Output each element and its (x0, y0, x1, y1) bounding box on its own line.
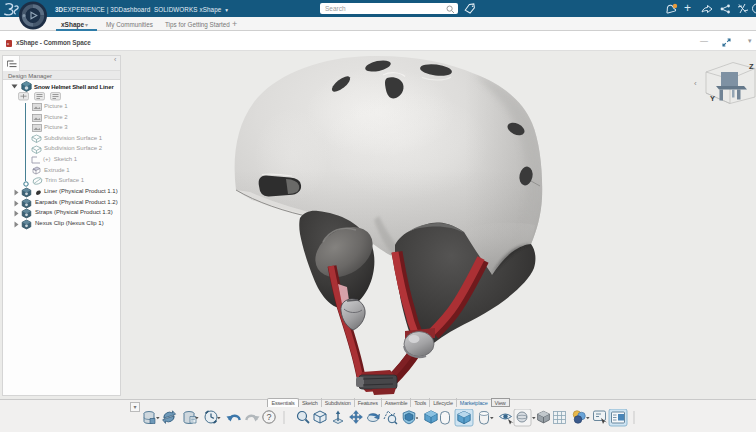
svg-text:Y: Y (710, 94, 715, 103)
svg-text:?: ? (266, 412, 271, 422)
svg-text:Z: Z (749, 62, 754, 71)
